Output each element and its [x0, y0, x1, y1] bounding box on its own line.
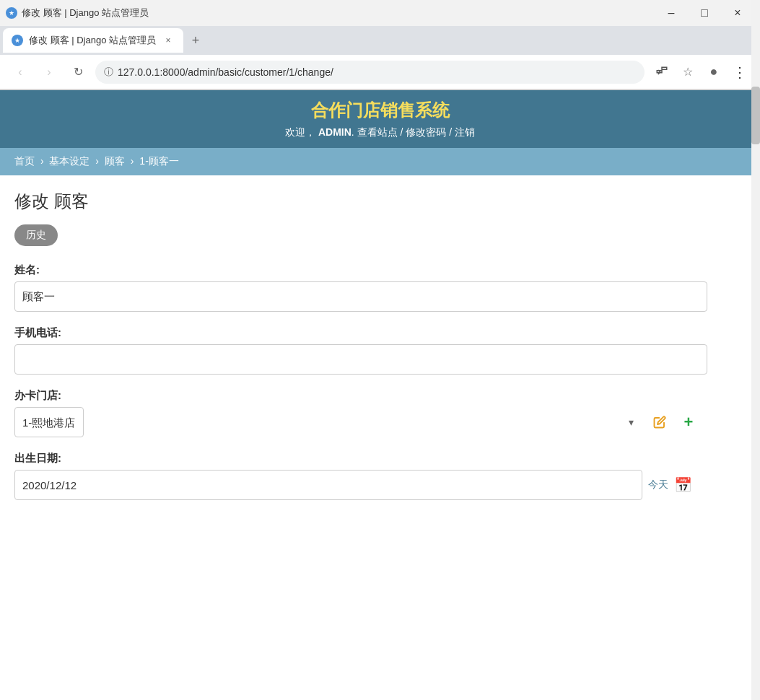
birthday-input[interactable]	[14, 470, 642, 500]
breadcrumb-basic-settings[interactable]: 基本设定	[49, 155, 89, 167]
close-button[interactable]: ×	[721, 0, 754, 26]
tab-bar: ★ 修改 顾客 | Django 站点管理员 × +	[0, 26, 760, 55]
back-button[interactable]: ‹	[9, 61, 32, 84]
page-content: 修改 顾客 历史 姓名: 手机电话: 办卡门店: 1-熙地港店 ▾	[0, 175, 722, 529]
store-field-group: 办卡门店: 1-熙地港店 ▾ +	[14, 389, 707, 437]
tab-favicon-icon: ★	[12, 35, 23, 46]
history-button[interactable]: 历史	[14, 224, 58, 246]
today-button[interactable]: 今天	[648, 478, 668, 491]
minimize-button[interactable]: –	[655, 0, 688, 26]
window-controls: – □ ×	[655, 0, 754, 26]
view-site-link[interactable]: 查看站点	[357, 126, 398, 138]
breadcrumb-current: 1-顾客一	[139, 155, 178, 167]
address-actions: ☆ ● ⋮	[650, 61, 751, 84]
phone-label: 手机电话:	[14, 326, 707, 340]
welcome-text: 欢迎，	[285, 126, 315, 138]
active-tab[interactable]: ★ 修改 顾客 | Django 站点管理员 ×	[3, 28, 183, 53]
edit-store-button[interactable]	[648, 411, 671, 434]
phone-field-group: 手机电话:	[14, 326, 707, 375]
page-title: 修改 顾客	[14, 190, 707, 213]
chevron-down-icon: ▾	[629, 416, 634, 428]
title-bar-text: 修改 顾客 | Django 站点管理员	[22, 6, 655, 19]
bookmark-button[interactable]: ☆	[676, 61, 699, 84]
account-button[interactable]: ●	[702, 61, 725, 84]
store-select-group: 1-熙地港店 ▾ +	[14, 407, 707, 437]
name-label: 姓名:	[14, 263, 707, 277]
tab-close-button[interactable]: ×	[162, 34, 175, 47]
maximize-button[interactable]: □	[688, 0, 721, 26]
name-field-group: 姓名:	[14, 263, 707, 312]
logout-link[interactable]: 注销	[455, 126, 475, 138]
forward-button[interactable]: ›	[38, 61, 61, 84]
breadcrumb-bar: 首页 › 基本设定 › 顾客 › 1-顾客一	[0, 148, 760, 175]
store-label: 办卡门店:	[14, 389, 707, 403]
store-select[interactable]: 1-熙地港店	[14, 407, 84, 437]
breadcrumb-customers[interactable]: 顾客	[105, 155, 125, 167]
breadcrumb-sep3: ›	[131, 155, 134, 167]
tab-favicon: ★	[6, 7, 17, 19]
store-select-wrapper: 1-熙地港店 ▾	[14, 407, 642, 437]
username: ADMIN	[318, 126, 351, 138]
phone-input[interactable]	[14, 344, 707, 375]
new-tab-button[interactable]: +	[183, 28, 208, 53]
breadcrumb-sep2: ›	[95, 155, 99, 167]
breadcrumb-home[interactable]: 首页	[14, 155, 35, 167]
admin-header: 合作门店销售系统 欢迎， ADMIN. 查看站点 / 修改密码 / 注销	[0, 90, 760, 148]
tab-title-text: 修改 顾客 | Django 站点管理员	[29, 34, 156, 47]
date-group: 今天 📅	[14, 470, 707, 500]
url-bar[interactable]: ⓘ 127.0.0.1:8000/admin/basic/customer/1/…	[95, 61, 645, 84]
change-password-link[interactable]: 修改密码	[406, 126, 446, 138]
calendar-icon[interactable]: 📅	[674, 476, 692, 494]
user-tools: 欢迎， ADMIN. 查看站点 / 修改密码 / 注销	[14, 126, 746, 139]
add-store-button[interactable]: +	[677, 411, 700, 434]
translate-button[interactable]	[650, 61, 673, 84]
refresh-button[interactable]: ↻	[66, 61, 89, 84]
breadcrumb: 首页 › 基本设定 › 顾客 › 1-顾客一	[14, 155, 746, 168]
scrollbar-thumb[interactable]	[751, 87, 760, 144]
breadcrumb-sep1: ›	[40, 155, 44, 167]
lock-icon: ⓘ	[104, 66, 113, 79]
more-button[interactable]: ⋮	[728, 61, 751, 84]
scrollbar[interactable]	[751, 0, 760, 529]
birthday-label: 出生日期:	[14, 452, 707, 465]
name-input[interactable]	[14, 281, 707, 312]
site-title: 合作门店销售系统	[14, 99, 746, 122]
title-bar: ★ 修改 顾客 | Django 站点管理员 – □ ×	[0, 0, 760, 26]
sep2: /	[449, 126, 455, 138]
birthday-field-group: 出生日期: 今天 📅	[14, 452, 707, 500]
address-bar: ‹ › ↻ ⓘ 127.0.0.1:8000/admin/basic/custo…	[0, 55, 760, 89]
url-text: 127.0.0.1:8000/admin/basic/customer/1/ch…	[118, 66, 636, 78]
